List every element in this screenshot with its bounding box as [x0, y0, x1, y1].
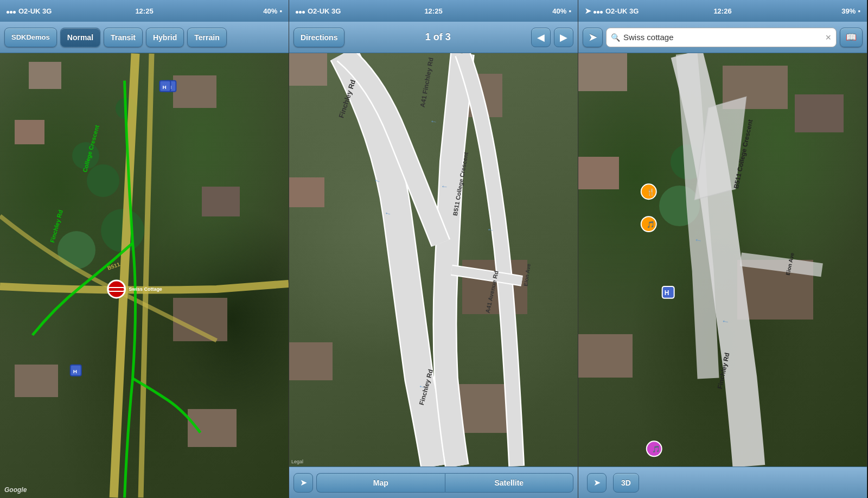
map-area-1[interactable]: College Crescent Finchley Rd B511 Swiss …: [0, 53, 289, 498]
directions-roads-svg: ↑ ↑ ↑ ↑ ↑ ↑ Finchley Rd A41 Finchley Rd …: [289, 53, 578, 467]
battery-icon-2: ▪: [569, 7, 571, 15]
time-1: 12:25: [135, 7, 153, 15]
bookmark-button[interactable]: 📖: [840, 28, 863, 47]
clear-icon[interactable]: ✕: [825, 33, 832, 42]
battery-icon-1: ▪: [279, 7, 282, 15]
directions-map-bg: ↑ ↑ ↑ ↑ ↑ ↑ Finchley Rd A41 Finchley Rd …: [289, 53, 578, 467]
status-right-1: 40% ▪: [263, 7, 282, 15]
back-arrow-icon: ➤: [589, 31, 597, 43]
phone-1: O2-UK 3G 12:25 40% ▪ SDKDemos Normal Tra…: [0, 0, 289, 498]
directions-map[interactable]: ↑ ↑ ↑ ↑ ↑ ↑ Finchley Rd A41 Finchley Rd …: [289, 53, 578, 467]
svg-text:A41 Finchley Rd: A41 Finchley Rd: [419, 57, 435, 108]
sdk-demos-button[interactable]: SDKDemos: [4, 28, 57, 47]
map-toggle-button[interactable]: Map: [316, 473, 445, 493]
normal-button[interactable]: Normal: [60, 28, 100, 47]
status-left-2: O2-UK 3G: [296, 7, 341, 15]
signal-dots-3: [593, 7, 603, 15]
signal-dots-2: [296, 7, 305, 15]
next-direction-button[interactable]: ▶: [554, 28, 573, 47]
direction-counter: 1 of 3: [348, 31, 528, 43]
phone-2: O2-UK 3G 12:25 40% ▪ Directions 1 of 3 ◀…: [289, 0, 578, 498]
location-arrow-icon: ➤: [593, 477, 601, 488]
swiss-map-area[interactable]: ↑ ↑ B511 College Crescent Finchley Rd Ei…: [578, 53, 867, 467]
svg-text:🍴: 🍴: [647, 188, 655, 196]
svg-text:College Crescent: College Crescent: [81, 124, 100, 173]
status-bar-2: O2-UK 3G 12:25 40% ▪: [289, 0, 578, 22]
location-button-3[interactable]: ➤: [587, 473, 607, 493]
svg-text:H: H: [665, 289, 669, 297]
map-roads-svg-1: College Crescent Finchley Rd B511 Swiss …: [0, 53, 289, 498]
search-input-container[interactable]: 🔍 Swiss cottage ✕: [606, 28, 837, 47]
svg-text:Finchley Rd: Finchley Rd: [49, 209, 64, 243]
battery-icon-3: ▪: [858, 7, 860, 15]
swiss-roads-svg: ↑ ↑ B511 College Crescent Finchley Rd Ei…: [578, 53, 867, 467]
swiss-bottom: ➤ 3D: [578, 467, 867, 498]
carrier-2: O2-UK 3G: [308, 7, 341, 15]
location-button-2[interactable]: ➤: [293, 473, 313, 493]
swiss-satellite-bg: ↑ ↑ B511 College Crescent Finchley Rd Ei…: [578, 53, 867, 467]
status-bar-1: O2-UK 3G 12:25 40% ▪: [0, 0, 289, 22]
status-bar-3: ➤ O2-UK 3G 12:26 39% ▪: [578, 0, 867, 22]
status-left-1: O2-UK 3G: [7, 7, 52, 15]
time-2: 12:25: [424, 7, 442, 15]
battery-pct-3: 39%: [841, 7, 856, 15]
transit-button[interactable]: Transit: [104, 28, 143, 47]
bookmark-icon: 📖: [846, 32, 857, 42]
status-left-3: ➤ O2-UK 3G: [585, 7, 639, 15]
gps-arrow-icon: ➤: [585, 7, 591, 15]
svg-text:Eion Ave: Eion Ave: [522, 263, 532, 286]
search-icon: 🔍: [611, 33, 620, 42]
svg-text:H: H: [73, 368, 77, 374]
nav-bar-1: SDKDemos Normal Transit Hybrid Terrain: [0, 22, 289, 53]
prev-direction-button[interactable]: ◀: [531, 28, 551, 47]
google-logo: Google: [4, 486, 27, 494]
satellite-bg-1: College Crescent Finchley Rd B511 Swiss …: [0, 53, 289, 498]
battery-pct-1: 40%: [263, 7, 277, 15]
svg-text:🎵: 🎵: [652, 445, 660, 453]
search-nav: ➤ 🔍 Swiss cottage ✕ 📖: [578, 22, 867, 53]
status-right-2: 40% ▪: [552, 7, 571, 15]
search-input[interactable]: Swiss cottage: [623, 33, 822, 42]
legal-text: Legal: [291, 459, 303, 464]
satellite-toggle-button[interactable]: Satellite: [445, 473, 574, 493]
back-button-3[interactable]: ➤: [583, 28, 603, 47]
svg-text:↑: ↑: [429, 119, 438, 124]
hybrid-button[interactable]: Hybrid: [146, 28, 184, 47]
battery-pct-2: 40%: [552, 7, 566, 15]
phone-3: ➤ O2-UK 3G 12:26 39% ▪ ➤ 🔍 Swiss cottage…: [578, 0, 867, 498]
time-3: 12:26: [713, 7, 731, 15]
map-satellite-toggle: Map Satellite: [316, 473, 573, 493]
svg-text:🎵: 🎵: [647, 220, 655, 228]
signal-dots: [7, 7, 16, 15]
carrier-3: O2-UK 3G: [605, 7, 639, 15]
svg-rect-4: [108, 288, 125, 291]
status-right-3: 39% ▪: [841, 7, 860, 15]
directions-bottom: ➤ Map Satellite: [289, 467, 578, 498]
terrain-button[interactable]: Terrain: [187, 28, 226, 47]
carrier-1: O2-UK 3G: [18, 7, 52, 15]
directions-nav: Directions 1 of 3 ◀ ▶: [289, 22, 578, 53]
svg-text:Swiss Cottage: Swiss Cottage: [129, 286, 162, 292]
directions-back-button[interactable]: Directions: [293, 28, 344, 47]
3d-button[interactable]: 3D: [613, 473, 639, 493]
svg-text:H: H: [162, 84, 166, 90]
